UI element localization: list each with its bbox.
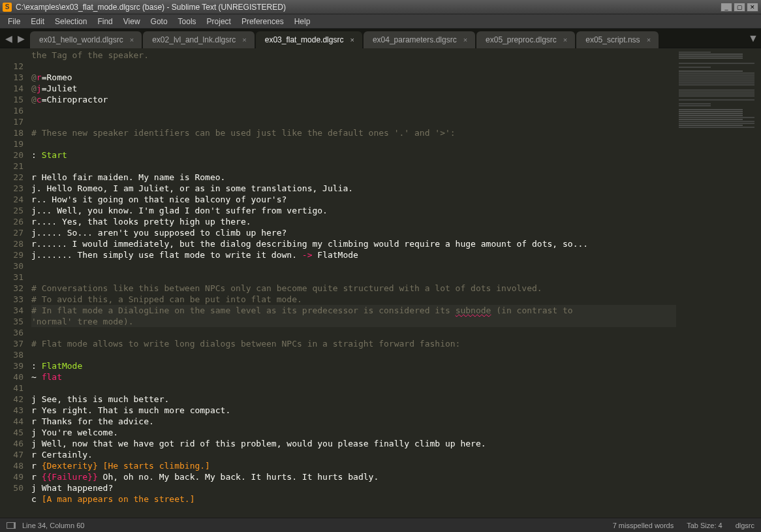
window-title: C:\examples\ex03_flat_mode.dlgsrc (base)… <box>16 3 719 12</box>
menu-project[interactable]: Project <box>202 17 236 26</box>
panel-switch-icon[interactable] <box>7 522 16 529</box>
window-titlebar: S C:\examples\ex03_flat_mode.dlgsrc (bas… <box>0 0 761 14</box>
maximize-button[interactable]: ▢ <box>734 3 745 12</box>
tab-overflow-icon[interactable]: ▼ <box>745 29 761 48</box>
close-button[interactable]: ✕ <box>747 3 758 12</box>
tab-ex05-script-nss[interactable]: ex05_script.nss× <box>576 31 659 48</box>
code-editor[interactable]: the Tag of the speaker.@r=Romeo@j=Juliet… <box>31 48 676 518</box>
tab-label: ex05_script.nss <box>585 35 640 44</box>
tab-close-icon[interactable]: × <box>130 36 134 44</box>
tab-size[interactable]: Tab Size: 4 <box>687 522 722 529</box>
tab-ex05-preproc-dlgsrc[interactable]: ex05_preproc.dlgsrc× <box>476 31 575 48</box>
tab-label: ex03_flat_mode.dlgsrc <box>265 35 344 44</box>
nav-back-icon[interactable]: ◀ <box>5 33 12 44</box>
status-bar: Line 34, Column 60 7 misspelled words Ta… <box>0 518 761 532</box>
tab-close-icon[interactable]: × <box>647 36 651 44</box>
tab-ex04-parameters-dlgsrc[interactable]: ex04_parameters.dlgsrc× <box>364 31 475 48</box>
tab-label: ex04_parameters.dlgsrc <box>373 35 457 44</box>
menu-goto[interactable]: Goto <box>146 17 173 26</box>
nav-forward-icon[interactable]: ▶ <box>18 33 25 44</box>
menu-bar: File Edit Selection Find View Goto Tools… <box>0 14 761 29</box>
menu-view[interactable]: View <box>118 17 146 26</box>
tab-close-icon[interactable]: × <box>242 36 246 44</box>
tab-bar: ◀ ▶ ex01_hello_world.dlgsrc×ex02_lvl_and… <box>0 29 761 48</box>
menu-find[interactable]: Find <box>92 17 117 26</box>
line-gutter: 1213141516171819202122232425262728293031… <box>0 48 31 518</box>
menu-help[interactable]: Help <box>289 17 316 26</box>
menu-edit[interactable]: Edit <box>25 17 50 26</box>
spell-status[interactable]: 7 misspelled words <box>613 522 674 529</box>
tab-ex02-lvl-and-lnk-dlgsrc[interactable]: ex02_lvl_and_lnk.dlgsrc× <box>143 31 255 48</box>
menu-file[interactable]: File <box>3 17 25 26</box>
tab-close-icon[interactable]: × <box>463 36 467 44</box>
tab-label: ex01_hello_world.dlgsrc <box>39 35 123 44</box>
tab-label: ex02_lvl_and_lnk.dlgsrc <box>152 35 236 44</box>
menu-tools[interactable]: Tools <box>173 17 202 26</box>
minimize-button[interactable]: _ <box>721 3 732 12</box>
app-icon: S <box>3 3 12 12</box>
tab-close-icon[interactable]: × <box>350 36 354 44</box>
editor-area: 1213141516171819202122232425262728293031… <box>0 48 761 518</box>
tab-ex01-hello-world-dlgsrc[interactable]: ex01_hello_world.dlgsrc× <box>30 31 142 48</box>
menu-preferences[interactable]: Preferences <box>236 17 289 26</box>
minimap[interactable] <box>676 48 761 518</box>
tab-ex03-flat-mode-dlgsrc[interactable]: ex03_flat_mode.dlgsrc× <box>256 31 362 48</box>
syntax-mode[interactable]: dlgsrc <box>736 522 754 529</box>
tab-close-icon[interactable]: × <box>563 36 567 44</box>
menu-selection[interactable]: Selection <box>50 17 92 26</box>
cursor-position: Line 34, Column 60 <box>22 522 84 529</box>
tab-label: ex05_preproc.dlgsrc <box>486 35 557 44</box>
